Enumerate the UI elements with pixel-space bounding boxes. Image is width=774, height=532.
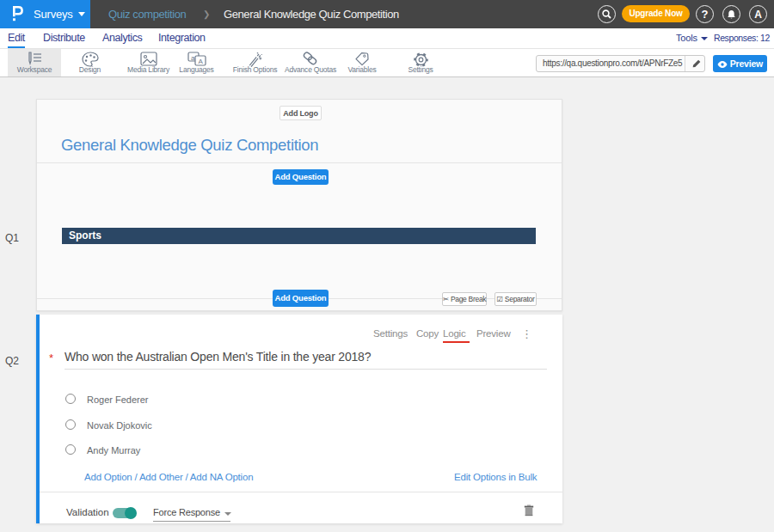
svg-text:a: a	[191, 54, 195, 62]
svg-text:A: A	[198, 58, 203, 65]
